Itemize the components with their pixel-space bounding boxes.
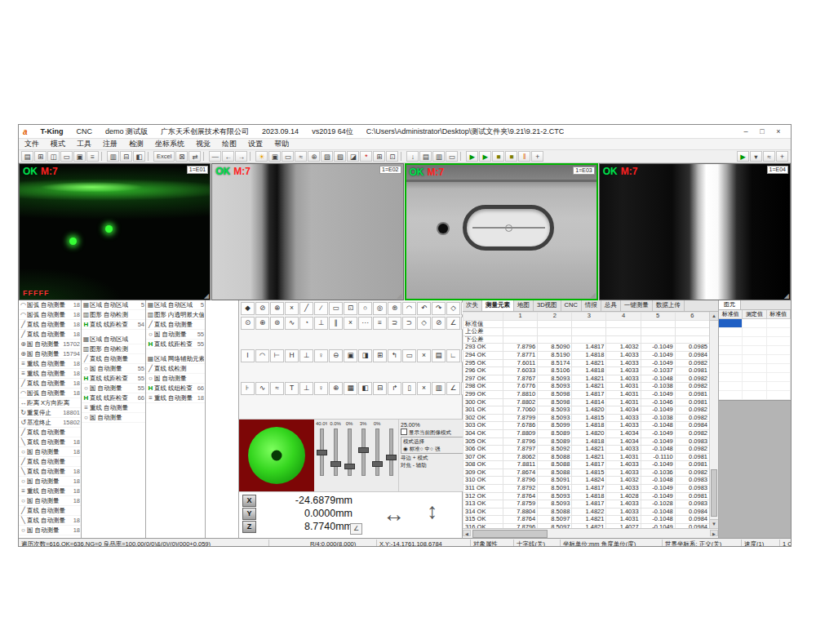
geometry-tool-icon[interactable]: ♀	[314, 382, 328, 395]
geometry-tool-icon[interactable]: ⊇	[388, 317, 401, 330]
joystick-pad[interactable]	[239, 420, 314, 491]
measure-item[interactable]: ▦区域 自动区域	[82, 335, 145, 344]
table-row[interactable]: 299 OK7.88108.50981.48171.4031-0.10490.0…	[463, 390, 710, 398]
table-row[interactable]: 308 OK7.88118.50881.48171.4033-0.10490.0…	[463, 461, 710, 469]
table-row[interactable]: 295 OK7.60118.51741.48211.4033-0.10490.0…	[463, 359, 710, 367]
camera-panel-4[interactable]: OKM:71=E04◢	[599, 163, 791, 300]
slider-track[interactable]	[375, 429, 379, 476]
slider-track[interactable]	[320, 429, 324, 476]
screen-view-icon[interactable]: ▭	[282, 151, 294, 162]
geometry-tool-icon[interactable]: ×	[417, 349, 431, 362]
slider-track[interactable]	[348, 429, 352, 476]
grid-a-icon[interactable]: ⊞	[373, 151, 385, 162]
geometry-tool-icon[interactable]: ↰	[388, 349, 401, 362]
slider-track[interactable]	[389, 429, 393, 476]
menu-item-工具[interactable]: 工具	[71, 139, 97, 149]
measure-item[interactable]: ○圆 自动测量55	[82, 364, 145, 374]
tab-8[interactable]: 一键测量	[621, 300, 653, 311]
geometry-tool-icon[interactable]: ╱	[299, 302, 313, 315]
settings-tools-icon[interactable]: +	[776, 151, 788, 162]
tab-7[interactable]: 总具	[601, 300, 621, 311]
jog-y-arrows-icon[interactable]: ↕	[427, 499, 438, 524]
geometry-tool-icon[interactable]: ⋯	[358, 317, 372, 330]
geometry-tool-icon[interactable]: ◧	[358, 382, 372, 395]
camera-panel-1[interactable]: OKM:71=E01FFFFF◢	[19, 163, 211, 300]
geometry-tool-icon[interactable]: ▭	[329, 302, 343, 315]
vertical-scrollbar[interactable]: ▲ ▼	[709, 312, 718, 528]
detail-row[interactable]	[719, 373, 791, 382]
measure-item[interactable]: ↻重复停止18801	[19, 408, 81, 418]
geometry-tool-icon[interactable]: ⊕	[255, 317, 269, 330]
tab-1[interactable]: 次失	[463, 300, 482, 311]
table-row[interactable]: 305 OK7.87968.50891.48181.4034-0.10490.0…	[463, 437, 710, 446]
geometry-tool-icon[interactable]: ∿	[255, 382, 269, 395]
geometry-tool-icon[interactable]: ×	[417, 382, 431, 395]
measure-item[interactable]: ○圆 自动测量18	[19, 477, 81, 486]
camera-panel-2[interactable]: OKM:71=E02◢	[211, 163, 403, 300]
measure-item[interactable]: ≡重线 自动测量18	[19, 486, 81, 496]
measure-item[interactable]: ○圆 自动测量18	[19, 447, 81, 457]
measure-item[interactable]: ╲直线 自动测量18	[19, 467, 81, 477]
camera-panel-3[interactable]: OKM:71=E03◢	[405, 163, 598, 300]
detail-row[interactable]	[719, 328, 791, 337]
measure-item[interactable]: ○圆 自动测量	[82, 413, 145, 423]
measure-item[interactable]: ≡重线 自动测量18	[19, 369, 81, 379]
measure-item[interactable]: ╱直线 线检测	[146, 364, 205, 374]
edge-mode-label[interactable]: 寻边 + 模式	[401, 454, 468, 461]
table-row[interactable]: 314 OK7.88048.50881.48221.4033-0.10480.0…	[463, 508, 710, 516]
table-row[interactable]: 300 OK7.88028.50981.48141.4031-0.10460.0…	[463, 398, 710, 406]
geometry-tool-icon[interactable]: ◠	[255, 349, 269, 362]
table-row[interactable]: 304 OK7.88098.50891.48201.4034-0.10490.0…	[463, 429, 710, 437]
measure-item[interactable]: ▦区域 自动区域5	[82, 300, 145, 310]
jog-x-arrows-icon[interactable]: ↔	[383, 502, 405, 527]
pattern-b-icon[interactable]: ▧	[334, 151, 346, 162]
table-row[interactable]: 296 OK7.60338.51061.48181.4033-0.10370.0…	[463, 367, 710, 375]
scroll-left-icon[interactable]: ◀	[463, 530, 471, 536]
geometry-tool-icon[interactable]: T	[285, 382, 299, 395]
scroll-up-icon[interactable]: ▲	[710, 312, 718, 321]
geometry-tool-icon[interactable]: ↱	[388, 382, 401, 395]
radio-option[interactable]: ○强	[430, 446, 440, 451]
move-right-icon[interactable]: →	[235, 151, 247, 162]
swap-views-icon[interactable]: ⇄	[188, 151, 201, 162]
light-slider[interactable]: 40.0%	[316, 421, 327, 491]
table-row[interactable]: 293 OK7.87968.50901.48171.4032-0.10490.0…	[463, 344, 710, 352]
geometry-tool-icon[interactable]: ◇	[417, 317, 431, 330]
view-columns-icon[interactable]: ▥	[107, 151, 119, 162]
run-options-icon[interactable]: ▾	[750, 151, 762, 162]
measure-item[interactable]: ≡重线 自动测量	[82, 403, 145, 413]
light-slider[interactable]: 3%	[357, 421, 369, 491]
geometry-tool-icon[interactable]: ◎	[373, 302, 387, 315]
geometry-tool-icon[interactable]: ⊢	[270, 349, 284, 362]
slider-thumb[interactable]	[317, 450, 327, 455]
layout-single-icon[interactable]: ▤	[21, 151, 33, 162]
menu-item-模式[interactable]: 模式	[45, 139, 71, 149]
measure-item[interactable]: ╱直线 自动测量	[19, 457, 81, 467]
geometry-tool-icon[interactable]: ≡	[373, 317, 387, 330]
geometry-tool-icon[interactable]: I	[241, 349, 255, 362]
measure-item[interactable]: ╲直线 自动测量18	[19, 437, 81, 447]
geometry-tool-icon[interactable]: ◨	[358, 349, 372, 362]
measure-item[interactable]: ⊕圆 自动测量15794	[19, 349, 81, 359]
measure-item[interactable]: ○圆 自动测量18	[19, 496, 81, 506]
measure-item[interactable]: ▦区域 网络辅助元素	[146, 354, 205, 364]
selected-cell[interactable]	[719, 319, 743, 327]
geometry-tool-icon[interactable]: ∠	[446, 382, 460, 395]
geometry-tool-icon[interactable]: ↷	[432, 302, 446, 315]
detail-row[interactable]	[719, 391, 791, 400]
geometry-tool-icon[interactable]: ◠	[402, 302, 416, 315]
geometry-tool-icon[interactable]: ◇	[446, 302, 460, 315]
measure-item[interactable]: ≡重线 自动测量18	[19, 359, 81, 369]
measure-item[interactable]: ╱直线 自动测量	[19, 428, 81, 437]
menu-item-检测[interactable]: 检测	[123, 139, 149, 149]
angle-tool-button[interactable]: ∠	[350, 523, 362, 535]
geometry-tool-icon[interactable]: ⊦	[241, 382, 255, 395]
table-row[interactable]: 313 OK7.87598.50931.48171.4033-0.10280.0…	[463, 500, 710, 509]
measure-tools-icon[interactable]: ≈	[763, 151, 775, 162]
geometry-tool-icon[interactable]: H	[285, 349, 299, 362]
slider-thumb[interactable]	[372, 461, 383, 467]
geometry-tool-icon[interactable]: ⊕	[329, 382, 343, 395]
geometry-tool-icon[interactable]: ▯	[402, 382, 416, 395]
geometry-tool-icon[interactable]: ⊛	[388, 302, 401, 315]
save-file-icon[interactable]: ↓	[406, 151, 419, 162]
